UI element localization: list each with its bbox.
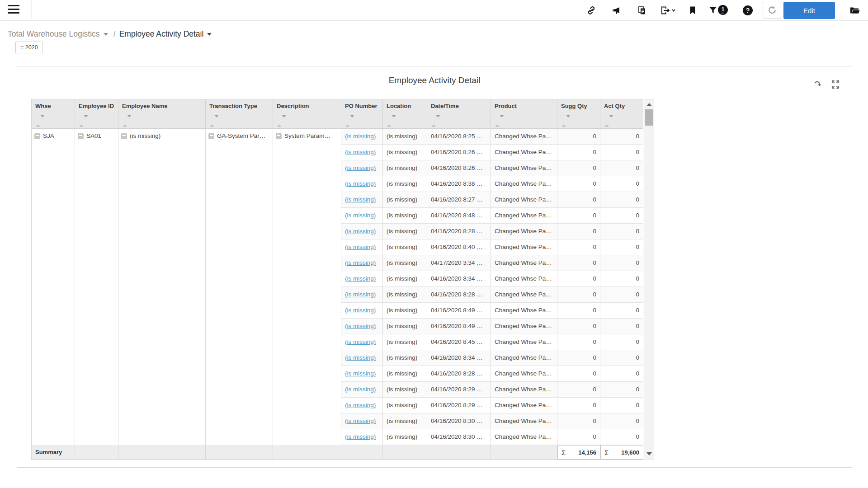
bookmark-icon[interactable] (687, 5, 698, 15)
collapse-minus-icon[interactable] (276, 133, 282, 139)
po-number-link[interactable]: (is missing) (345, 133, 376, 140)
po-number-cell[interactable]: (is missing) (341, 192, 383, 208)
datetime-cell[interactable]: 04/16/2020 8:40 … (427, 239, 491, 255)
po-number-cell[interactable]: (is missing) (341, 382, 383, 398)
help-icon[interactable]: ? (743, 5, 753, 15)
column-header-po-number[interactable]: PO Number (341, 99, 383, 129)
column-header-date-time[interactable]: Date/Time (427, 99, 491, 129)
location-cell[interactable]: (is missing) (383, 239, 427, 255)
product-cell[interactable]: Changed Whse Pa… (491, 176, 557, 192)
po-number-link[interactable]: (is missing) (345, 354, 376, 361)
po-number-cell[interactable]: (is missing) (341, 350, 383, 366)
column-header-act-qty[interactable]: Act Qty (600, 99, 643, 129)
collapse-minus-icon[interactable] (121, 133, 127, 139)
product-cell[interactable]: Changed Whse Pa… (491, 192, 557, 208)
location-cell[interactable]: (is missing) (383, 334, 427, 350)
datetime-cell[interactable]: 04/16/2020 8:29 … (427, 382, 491, 398)
product-cell[interactable]: Changed Whse Pa… (491, 413, 557, 429)
po-number-cell[interactable]: (is missing) (341, 398, 383, 413)
datetime-cell[interactable]: 04/16/2020 8:45 … (427, 334, 491, 350)
po-number-link[interactable]: (is missing) (345, 244, 376, 250)
po-number-cell[interactable]: (is missing) (341, 319, 383, 334)
product-cell[interactable]: Changed Whse Pa… (491, 382, 557, 398)
po-number-link[interactable]: (is missing) (345, 180, 376, 187)
datetime-cell[interactable]: 04/16/2020 8:34 … (427, 350, 491, 366)
location-cell[interactable]: (is missing) (383, 350, 427, 366)
po-number-link[interactable]: (is missing) (345, 228, 376, 235)
location-cell[interactable]: (is missing) (383, 224, 427, 239)
po-number-link[interactable]: (is missing) (345, 212, 376, 219)
product-cell[interactable]: Changed Whse Pa… (491, 208, 557, 224)
datetime-cell[interactable]: 04/16/2020 8:28 … (427, 287, 491, 303)
group-cell-description[interactable]: System Param… (273, 129, 341, 445)
app-selector[interactable]: Total Warehouse Logistics (8, 29, 100, 39)
sheet-caret-icon[interactable] (207, 33, 212, 36)
po-number-cell[interactable]: (is missing) (341, 287, 383, 303)
po-number-cell[interactable]: (is missing) (341, 303, 383, 319)
sheet-selector[interactable]: Employee Activity Detail (119, 29, 204, 39)
datetime-cell[interactable]: 04/16/2020 8:25 … (427, 129, 491, 145)
po-number-link[interactable]: (is missing) (345, 307, 376, 314)
po-number-link[interactable]: (is missing) (345, 386, 376, 393)
po-number-link[interactable]: (is missing) (345, 291, 376, 298)
location-cell[interactable]: (is missing) (383, 319, 427, 334)
column-header-whse[interactable]: Whse (32, 99, 75, 129)
scroll-down-icon[interactable] (646, 452, 652, 455)
vertical-scrollbar[interactable] (644, 99, 654, 460)
column-header-transaction-type[interactable]: Transaction Type (206, 99, 273, 129)
location-cell[interactable]: (is missing) (383, 176, 427, 192)
datetime-cell[interactable]: 04/16/2020 8:30 … (427, 413, 491, 429)
column-header-employee-id[interactable]: Employee ID (75, 99, 118, 129)
po-number-link[interactable]: (is missing) (345, 338, 376, 345)
location-cell[interactable]: (is missing) (383, 382, 427, 398)
location-cell[interactable]: (is missing) (383, 271, 427, 287)
datetime-cell[interactable]: 04/16/2020 8:38 … (427, 176, 491, 192)
product-cell[interactable]: Changed Whse Pa… (491, 271, 557, 287)
share-link-icon[interactable] (586, 5, 597, 15)
scroll-up-icon[interactable] (646, 103, 652, 106)
product-cell[interactable]: Changed Whse Pa… (491, 350, 557, 366)
po-number-cell[interactable]: (is missing) (341, 366, 383, 382)
location-cell[interactable]: (is missing) (383, 129, 427, 145)
announce-megaphone-icon[interactable] (611, 5, 622, 15)
group-cell-employee-id[interactable]: SA01 (75, 129, 118, 445)
product-cell[interactable]: Changed Whse Pa… (491, 319, 557, 334)
edit-button[interactable]: Edit (783, 2, 835, 19)
group-cell-transaction-type[interactable]: GA-System Par… (206, 129, 273, 445)
datetime-cell[interactable]: 04/16/2020 8:49 … (427, 319, 491, 334)
product-cell[interactable]: Changed Whse Pa… (491, 334, 557, 350)
po-number-cell[interactable]: (is missing) (341, 239, 383, 255)
po-number-cell[interactable]: (is missing) (341, 160, 383, 176)
po-number-link[interactable]: (is missing) (345, 149, 376, 155)
product-cell[interactable]: Changed Whse Pa… (491, 224, 557, 239)
collapse-minus-icon[interactable] (78, 133, 84, 139)
po-number-cell[interactable]: (is missing) (341, 255, 383, 271)
product-cell[interactable]: Changed Whse Pa… (491, 160, 557, 176)
po-number-link[interactable]: (is missing) (345, 275, 376, 282)
download-data-icon[interactable] (813, 79, 824, 90)
location-cell[interactable]: (is missing) (383, 145, 427, 160)
location-cell[interactable]: (is missing) (383, 255, 427, 271)
po-number-link[interactable]: (is missing) (345, 370, 376, 377)
selection-chip-2020[interactable]: = 2020 (15, 42, 43, 53)
selections-filter-icon[interactable] (708, 5, 719, 15)
collapse-minus-icon[interactable] (208, 133, 214, 139)
datetime-cell[interactable]: 04/17/2020 3:34 … (427, 255, 491, 271)
datetime-cell[interactable]: 04/16/2020 8:28 … (427, 366, 491, 382)
po-number-link[interactable]: (is missing) (345, 433, 376, 440)
location-cell[interactable]: (is missing) (383, 303, 427, 319)
location-cell[interactable]: (is missing) (383, 287, 427, 303)
datetime-cell[interactable]: 04/16/2020 8:49 … (427, 303, 491, 319)
scrollbar-thumb[interactable] (645, 109, 653, 126)
duplicate-sheets-icon[interactable] (637, 5, 647, 15)
workspace-folder-icon[interactable] (848, 5, 862, 15)
po-number-link[interactable]: (is missing) (345, 323, 376, 329)
po-number-link[interactable]: (is missing) (345, 402, 376, 408)
po-number-cell[interactable]: (is missing) (341, 429, 383, 445)
datetime-cell[interactable]: 04/16/2020 8:34 … (427, 271, 491, 287)
po-number-cell[interactable]: (is missing) (341, 271, 383, 287)
location-cell[interactable]: (is missing) (383, 413, 427, 429)
app-caret-icon[interactable] (104, 33, 108, 36)
po-number-cell[interactable]: (is missing) (341, 224, 383, 239)
menu-hamburger-icon[interactable] (8, 5, 19, 16)
